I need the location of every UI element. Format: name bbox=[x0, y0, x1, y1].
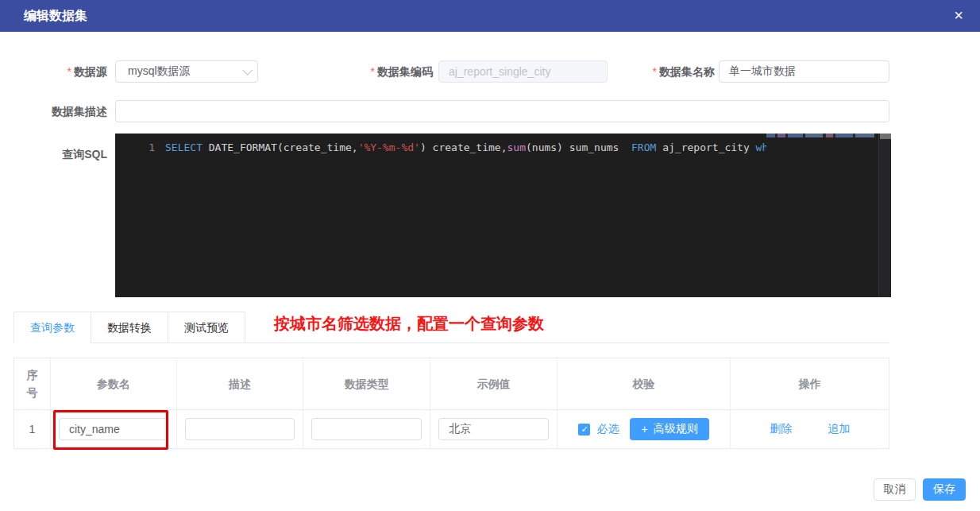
dataset-desc-label: 数据集描述 bbox=[32, 100, 107, 122]
column-header-validation: 校验 bbox=[558, 358, 731, 409]
plus-icon: + bbox=[641, 423, 647, 436]
parameter-table: 序号 参数名 描述 数据类型 示例值 校验 操作 1 ✓ 必选 + 高级规则 bbox=[14, 358, 889, 449]
description-input[interactable] bbox=[185, 418, 295, 440]
dataset-name-input[interactable] bbox=[719, 60, 889, 83]
dataset-code-label: *数据集编码 bbox=[341, 60, 433, 83]
append-link[interactable]: 追加 bbox=[828, 422, 850, 436]
tab-query-params[interactable]: 查询参数 bbox=[14, 312, 91, 343]
chevron-down-icon bbox=[242, 65, 253, 75]
required-asterisk: * bbox=[371, 65, 375, 78]
cancel-button[interactable]: 取消 bbox=[874, 478, 916, 501]
sql-minimap[interactable] bbox=[766, 134, 878, 297]
table-header-row: 序号 参数名 描述 数据类型 示例值 校验 操作 bbox=[14, 358, 889, 410]
sql-line-number: 1 bbox=[139, 140, 155, 155]
sql-scrollbar-thumb[interactable] bbox=[880, 134, 891, 139]
row-index: 1 bbox=[14, 410, 51, 448]
table-row: 1 ✓ 必选 + 高级规则 删除 追加 bbox=[14, 410, 889, 448]
dialog-title: 编辑数据集 bbox=[24, 0, 87, 32]
datasource-select[interactable]: mysql数据源 bbox=[115, 60, 258, 83]
column-header-data-type: 数据类型 bbox=[303, 358, 430, 409]
tab-test-preview[interactable]: 测试预览 bbox=[168, 312, 245, 343]
sql-code-line: SELECT DATE_FORMAT(create_time,'%Y-%m-%d… bbox=[165, 140, 766, 155]
required-checkbox[interactable]: ✓ bbox=[578, 424, 590, 436]
required-asterisk: * bbox=[68, 65, 71, 78]
close-icon[interactable]: × bbox=[947, 0, 970, 32]
save-button[interactable]: 保存 bbox=[923, 478, 966, 501]
column-header-description: 描述 bbox=[177, 358, 304, 409]
column-header-index: 序号 bbox=[14, 358, 51, 409]
red-annotation-text: 按城市名筛选数据，配置一个查询参数 bbox=[274, 313, 544, 335]
column-header-param-name: 参数名 bbox=[51, 358, 177, 409]
datasource-select-value: mysql数据源 bbox=[128, 64, 191, 79]
required-asterisk: * bbox=[653, 65, 657, 78]
query-sql-label: 查询SQL bbox=[32, 143, 107, 165]
delete-link[interactable]: 删除 bbox=[770, 422, 792, 436]
dataset-desc-input[interactable] bbox=[115, 100, 889, 122]
sql-minimap-code bbox=[766, 134, 874, 137]
sql-code-editor[interactable]: 1 SELECT DATE_FORMAT(create_time,'%Y-%m-… bbox=[115, 134, 891, 297]
dataset-code-input[interactable] bbox=[438, 60, 608, 83]
dataset-name-label: *数据集名称 bbox=[623, 60, 715, 83]
advanced-rule-button[interactable]: + 高级规则 bbox=[630, 418, 708, 440]
sql-scrollbar-track[interactable] bbox=[878, 134, 891, 297]
datasource-label: *数据源 bbox=[32, 60, 107, 83]
column-header-actions: 操作 bbox=[731, 358, 889, 409]
dialog-header: 编辑数据集 × bbox=[0, 0, 980, 32]
column-header-example: 示例值 bbox=[430, 358, 558, 409]
required-checkbox-label[interactable]: 必选 bbox=[596, 422, 619, 436]
data-type-input[interactable] bbox=[311, 418, 422, 440]
tab-data-transform[interactable]: 数据转换 bbox=[91, 312, 168, 343]
example-value-input[interactable] bbox=[438, 418, 549, 440]
param-name-input[interactable] bbox=[59, 418, 168, 440]
